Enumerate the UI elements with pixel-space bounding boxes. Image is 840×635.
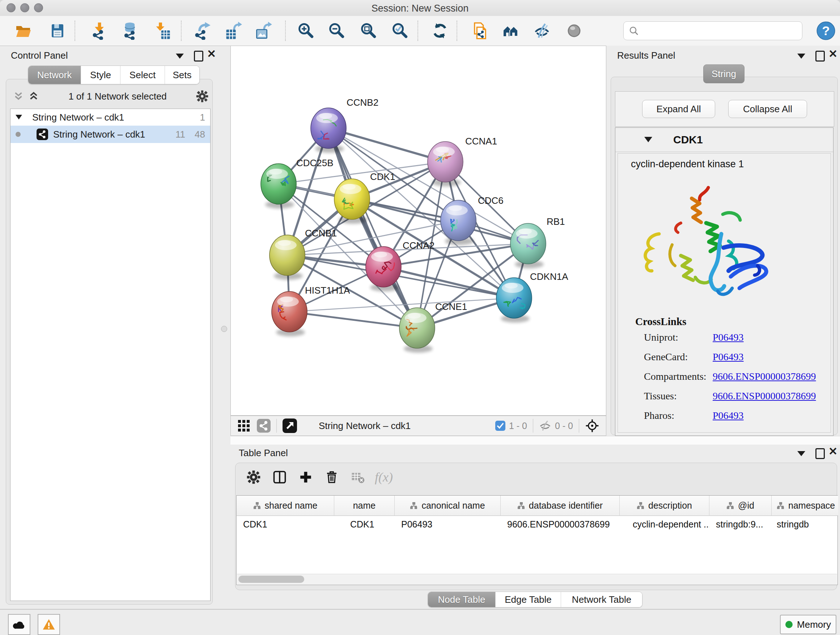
- network-options-gear-icon[interactable]: [196, 90, 208, 103]
- open-session-button[interactable]: [12, 19, 34, 42]
- table-cell[interactable]: P06493: [395, 516, 501, 532]
- import-network-from-file-button[interactable]: [88, 19, 111, 42]
- network-node-RB1[interactable]: [510, 223, 546, 268]
- horizontal-splitter[interactable]: [231, 436, 840, 445]
- column-header-id[interactable]: @id: [709, 496, 772, 516]
- control-panel-close-button[interactable]: ✕: [207, 50, 216, 59]
- table-cell[interactable]: stringdb: [772, 516, 838, 532]
- column-header-name[interactable]: name: [334, 496, 395, 516]
- add-column-plus-icon[interactable]: [295, 467, 317, 487]
- network-row-selected[interactable]: String Network – cdk1 11 48: [11, 126, 210, 143]
- import-network-from-database-button[interactable]: [118, 19, 141, 42]
- expand-all-chevron-icon[interactable]: [28, 91, 39, 102]
- network-collection-row[interactable]: String Network – cdk1 1: [11, 109, 210, 126]
- cloud-status-button[interactable]: [8, 614, 30, 635]
- table-cell[interactable]: 9606.ENSP00000378699: [501, 516, 620, 532]
- network-node-CDC25B[interactable]: [261, 164, 296, 209]
- table-panel-close-button[interactable]: ✕: [829, 447, 837, 456]
- import-table-from-file-button[interactable]: [151, 19, 174, 42]
- delete-column-trash-icon[interactable]: [321, 467, 343, 487]
- help-button[interactable]: ?: [815, 19, 837, 42]
- column-header-canonical-name[interactable]: canonical name: [395, 496, 501, 516]
- protein-name: CDK1: [673, 134, 703, 146]
- network-node-CCNE1[interactable]: [399, 308, 435, 353]
- column-header-shared-name[interactable]: shared name: [237, 496, 334, 516]
- zoom-fit-button[interactable]: [357, 19, 379, 42]
- show-eye-button[interactable]: [563, 19, 585, 42]
- column-header-namespace[interactable]: namespace: [772, 496, 838, 516]
- memory-button[interactable]: Memory: [780, 615, 836, 634]
- network-node-HIST1H1A[interactable]: [272, 291, 307, 336]
- table-cell[interactable]: stringdb:9...: [709, 516, 772, 532]
- crosshair-icon[interactable]: [585, 418, 600, 433]
- main-toolbar: ?: [0, 16, 840, 46]
- left-splitter-handle[interactable]: [221, 326, 227, 332]
- column-header-database-identifier[interactable]: database identifier: [501, 496, 620, 516]
- tab-style[interactable]: Style: [81, 66, 120, 84]
- table-cell[interactable]: CDK1: [334, 516, 395, 532]
- expand-all-button[interactable]: Expand All: [642, 100, 715, 118]
- collapse-triangle-icon[interactable]: [644, 137, 652, 143]
- tab-network[interactable]: Network: [28, 66, 81, 84]
- pharos-link[interactable]: P06493: [713, 410, 744, 421]
- show-all-views-button[interactable]: [500, 19, 522, 42]
- network-edge-CCNB2-CCNA1[interactable]: [328, 128, 445, 162]
- save-session-button[interactable]: [46, 19, 69, 42]
- zoom-in-button[interactable]: [294, 19, 317, 42]
- results-panel-close-button[interactable]: ✕: [829, 50, 837, 59]
- table-panel-float-button[interactable]: [797, 451, 805, 456]
- scrollbar-thumb[interactable]: [238, 576, 304, 583]
- table-horizontal-scrollbar[interactable]: [237, 574, 837, 584]
- network-share-badge-icon[interactable]: [257, 419, 271, 432]
- warnings-status-button[interactable]: [38, 614, 60, 635]
- network-node-CCNA1[interactable]: [428, 141, 463, 187]
- export-network-button[interactable]: [191, 19, 213, 42]
- network-canvas[interactable]: CCNB2CCNA1CDC25BCDK1CDC6RB1CCNB1CCNA2CDK…: [231, 46, 606, 416]
- table-cell[interactable]: CDK1: [237, 516, 334, 532]
- search-input[interactable]: [643, 25, 797, 37]
- tab-network-table[interactable]: Network Table: [561, 592, 642, 607]
- zoom-selected-button[interactable]: [388, 19, 411, 42]
- collapse-all-chevron-icon[interactable]: [13, 91, 24, 102]
- export-image-button[interactable]: [253, 19, 275, 42]
- compartments-link[interactable]: 9606.ENSP00000378699: [713, 371, 816, 382]
- uniprot-link[interactable]: P06493: [713, 332, 744, 343]
- zoom-out-button[interactable]: [325, 19, 347, 42]
- hidden-eye-icon[interactable]: [539, 420, 551, 431]
- tab-node-table[interactable]: Node Table: [428, 592, 495, 607]
- collapse-all-button[interactable]: Collapse All: [728, 100, 807, 118]
- network-edge-HIST1H1A-CCNE1[interactable]: [289, 312, 417, 328]
- show-columns-icon[interactable]: [269, 467, 291, 487]
- table-settings-gear-icon[interactable]: [243, 467, 264, 487]
- grid-view-icon[interactable]: [237, 419, 250, 432]
- network-edge-CCNB2-CCNE1[interactable]: [328, 128, 417, 328]
- export-network-icon: [193, 22, 211, 40]
- tab-sets[interactable]: Sets: [164, 66, 199, 84]
- results-panel-maximize-button[interactable]: [815, 51, 825, 62]
- tissues-link[interactable]: 9606.ENSP00000378699: [713, 390, 816, 402]
- export-table-button[interactable]: [222, 19, 244, 42]
- refresh-view-button[interactable]: [429, 19, 451, 42]
- tree-expand-icon[interactable]: [16, 115, 22, 120]
- hierarchy-icon: [517, 502, 525, 510]
- hierarchy-icon: [410, 502, 418, 510]
- network-node-CCNB2[interactable]: [311, 108, 346, 153]
- eye-gray-icon: [565, 22, 583, 39]
- control-panel-float-button[interactable]: [176, 54, 184, 59]
- network-node-CDKN1A[interactable]: [496, 278, 532, 323]
- table-cell[interactable]: cyclin-dependent ...: [620, 516, 709, 532]
- control-panel-maximize-button[interactable]: [194, 51, 203, 62]
- genecard-link[interactable]: P06493: [713, 351, 744, 363]
- results-panel-float-button[interactable]: [797, 54, 805, 59]
- protein-card-header[interactable]: CDK1: [615, 128, 833, 152]
- birdseye-view-icon[interactable]: [283, 418, 297, 433]
- tab-string[interactable]: String: [703, 65, 745, 83]
- column-header-description[interactable]: description: [620, 496, 709, 516]
- tab-edge-table[interactable]: Edge Table: [495, 592, 561, 607]
- tab-select[interactable]: Select: [120, 66, 164, 84]
- network-node-CCNB1[interactable]: [270, 235, 305, 280]
- selected-checkbox-icon[interactable]: [495, 421, 505, 431]
- clone-network-button[interactable]: [469, 19, 491, 42]
- hide-selected-button[interactable]: [531, 19, 553, 42]
- table-panel-maximize-button[interactable]: [815, 448, 825, 459]
